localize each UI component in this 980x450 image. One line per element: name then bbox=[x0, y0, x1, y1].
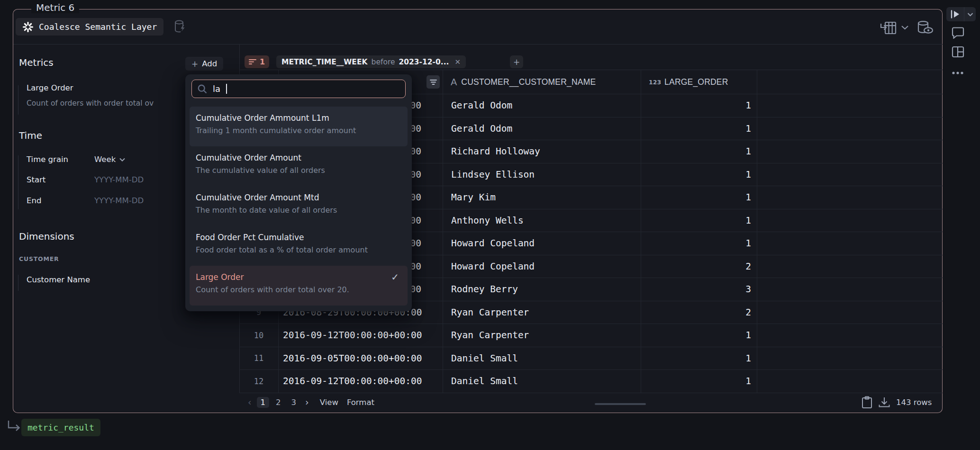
customer-name-column-header[interactable]: A CUSTOMER__CUSTOMER_NAME bbox=[443, 70, 641, 94]
metric-item-title[interactable]: Large Order bbox=[27, 83, 73, 92]
cell-customer-name: Mary Kim bbox=[443, 186, 641, 209]
cell-customer-name: Lindsey Ellison bbox=[443, 163, 641, 186]
next-page-icon[interactable]: › bbox=[303, 397, 311, 407]
more-options-icon[interactable] bbox=[951, 66, 965, 80]
cell-large-order: 2 bbox=[641, 301, 757, 324]
cell-large-order: 1 bbox=[641, 117, 757, 140]
cell-customer-name: Gerald Odom bbox=[443, 117, 641, 140]
push-options-chevron-icon[interactable] bbox=[901, 25, 909, 30]
start-date-input[interactable]: YYYY-MM-DD bbox=[94, 175, 144, 184]
cell-empty bbox=[757, 278, 943, 301]
add-metric-button[interactable]: + Add bbox=[185, 57, 223, 71]
page-number-button[interactable]: 3 bbox=[288, 397, 300, 408]
column-filter-icon[interactable] bbox=[426, 75, 440, 89]
time-filter-chip[interactable]: METRIC_TIME__WEEK before 2023-12-0... ✕ bbox=[276, 55, 466, 68]
metric-option[interactable]: Cumulative Order Ammount L1m Trailing 1 … bbox=[190, 107, 408, 146]
comments-icon[interactable] bbox=[951, 26, 965, 39]
horizontal-scrollbar-thumb[interactable] bbox=[595, 403, 646, 405]
output-variable-chip[interactable]: metric_result bbox=[21, 419, 100, 436]
remove-filter-icon[interactable]: ✕ bbox=[454, 58, 461, 66]
cell-empty bbox=[757, 209, 943, 232]
table-row[interactable]: 11 2016-09-05T00:00:00+00:00 Daniel Smal… bbox=[239, 347, 943, 370]
metric-option-description: The month to date value of all orders bbox=[196, 204, 401, 216]
cell-customer-name: Howard Copeland bbox=[443, 232, 641, 255]
text-cursor bbox=[226, 84, 227, 94]
preview-data-icon[interactable] bbox=[916, 20, 934, 35]
cell-empty bbox=[757, 232, 943, 255]
page-number-button[interactable]: 2 bbox=[272, 397, 285, 408]
metric-option-description: Trailing 1 month cumulative order amount bbox=[196, 125, 401, 137]
add-button-label: Add bbox=[202, 59, 217, 68]
cell-large-order: 1 bbox=[641, 186, 757, 209]
time-grain-value: Week bbox=[94, 155, 116, 164]
end-date-input[interactable]: YYYY-MM-DD bbox=[94, 196, 144, 205]
metrics-heading: Metrics bbox=[19, 57, 54, 68]
cell-customer-name: Rodney Berry bbox=[443, 278, 641, 301]
layout-columns-icon[interactable] bbox=[951, 45, 965, 58]
dimensions-heading: Dimensions bbox=[19, 231, 74, 242]
source-chip[interactable]: Coalesce Semantic Layer bbox=[16, 18, 163, 36]
format-menu-button[interactable]: Format bbox=[347, 398, 374, 407]
metric-search-dropdown: la Cumulative Order Ammount L1m Trailing… bbox=[185, 74, 412, 311]
metric-option-description: Count of orders with order total over 20… bbox=[196, 284, 401, 296]
metric-option[interactable]: Food Order Pct Cumulative Food order tot… bbox=[190, 226, 408, 266]
source-chip-label: Coalesce Semantic Layer bbox=[39, 22, 157, 32]
metric-option[interactable]: Cumulative Order Amount The cumulative v… bbox=[190, 146, 408, 186]
empty-column-header bbox=[757, 70, 943, 94]
row-number: 10 bbox=[239, 324, 279, 347]
copy-table-icon[interactable] bbox=[862, 396, 872, 409]
row-number: 12 bbox=[239, 370, 279, 393]
cell-metric-time-week: 2016-09-12T00:00:00+00:00 bbox=[279, 324, 443, 347]
metric-option-description: Food order total as a % of total order a… bbox=[196, 244, 401, 256]
cell-empty bbox=[757, 301, 943, 324]
cell-empty bbox=[757, 347, 943, 370]
dimension-item[interactable]: Customer Name bbox=[27, 275, 90, 284]
number-type-icon: 123 bbox=[649, 79, 661, 86]
metric-option[interactable]: Large Order Count of orders with order t… bbox=[190, 266, 408, 306]
run-cell-split-button bbox=[946, 7, 976, 21]
row-number: 11 bbox=[239, 347, 279, 370]
dimension-group-label: CUSTOMER bbox=[19, 255, 59, 262]
cell-empty bbox=[757, 163, 943, 186]
prev-page-icon[interactable]: ‹ bbox=[245, 397, 254, 407]
cell-large-order: 1 bbox=[641, 370, 757, 393]
cell-large-order: 1 bbox=[641, 324, 757, 347]
database-lightning-icon[interactable] bbox=[172, 19, 188, 34]
cell-customer-name: Howard Copeland bbox=[443, 255, 641, 278]
cell-large-order: 1 bbox=[641, 209, 757, 232]
table-pagination: ‹ 123 › View Format bbox=[239, 393, 374, 411]
filter-field: METRIC_TIME__WEEK bbox=[281, 58, 368, 66]
cell-large-order: 3 bbox=[641, 278, 757, 301]
metric-search-input[interactable]: la bbox=[191, 80, 406, 98]
run-options-chevron-icon[interactable] bbox=[964, 12, 976, 17]
large-order-column-header[interactable]: 123 LARGE_ORDER bbox=[641, 70, 757, 94]
push-to-table-icon[interactable] bbox=[880, 21, 897, 35]
header-divider bbox=[13, 44, 943, 45]
table-row[interactable]: 12 2016-09-12T00:00:00+00:00 Daniel Smal… bbox=[239, 370, 943, 393]
time-grain-select[interactable]: Week bbox=[94, 155, 126, 164]
coalesce-logo-icon bbox=[22, 21, 34, 33]
run-cell-button[interactable] bbox=[946, 10, 964, 18]
cell-customer-name: Ryan Carpenter bbox=[443, 324, 641, 347]
metric-option[interactable]: Cumulative Order Amount Mtd The month to… bbox=[190, 186, 408, 226]
cell-customer-name: Ryan Carpenter bbox=[443, 301, 641, 324]
cell-customer-name: Richard Holloway bbox=[443, 140, 641, 163]
check-icon: ✓ bbox=[391, 271, 399, 283]
cell-empty bbox=[757, 255, 943, 278]
filter-operator: before bbox=[372, 58, 395, 66]
cell-large-order: 2 bbox=[641, 255, 757, 278]
view-menu-button[interactable]: View bbox=[320, 398, 338, 407]
cell-title[interactable]: Metric 6 bbox=[31, 2, 79, 13]
cell-empty bbox=[757, 94, 943, 117]
filter-icon bbox=[249, 59, 256, 65]
download-icon[interactable] bbox=[878, 396, 890, 408]
page-number-button[interactable]: 1 bbox=[257, 397, 270, 408]
table-row[interactable]: 10 2016-09-12T00:00:00+00:00 Ryan Carpen… bbox=[239, 324, 943, 347]
filter-value: 2023-12-0... bbox=[399, 58, 449, 66]
cell-empty bbox=[757, 370, 943, 393]
cell-large-order: 1 bbox=[641, 347, 757, 370]
metric-option-title: Cumulative Order Amount bbox=[196, 151, 401, 164]
metric-option-description: The cumulative value of all orders bbox=[196, 164, 401, 177]
add-filter-button[interactable]: + bbox=[510, 55, 523, 68]
filter-count-chip[interactable]: 1 bbox=[245, 55, 269, 68]
